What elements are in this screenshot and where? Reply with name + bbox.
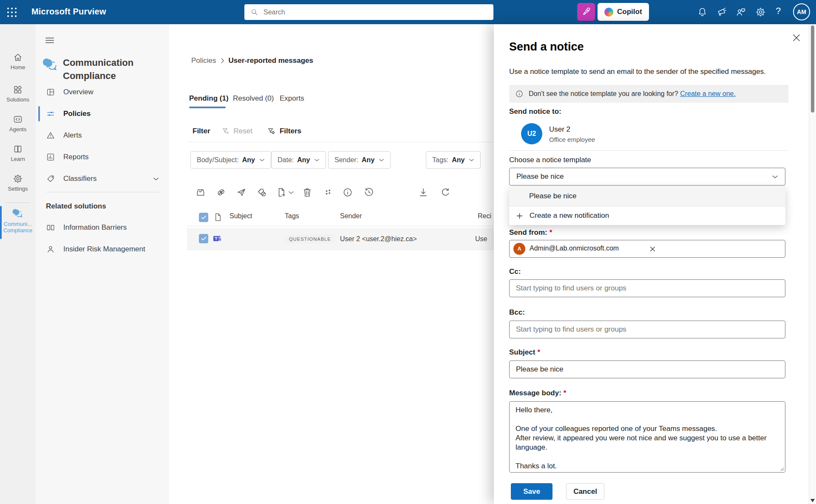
tag-icon [46,174,55,183]
vertical-scrollbar[interactable] [809,24,816,504]
teams-icon [212,234,222,244]
hamburger-menu-icon[interactable] [44,35,55,46]
template-select[interactable]: Please be nice [509,168,785,186]
rail-item-learn[interactable]: Learn [0,144,36,162]
column-header-sender[interactable]: Sender [340,212,362,220]
rail-item-home[interactable]: Home [0,52,36,70]
launcher-rocket-button[interactable] [577,3,595,21]
filter-chip-date[interactable]: Date:Any [271,151,326,169]
message-body-input[interactable]: Hello there, One of your colleagues repo… [510,402,785,472]
rail-item-communication-compliance[interactable]: Communi... Compliance [0,208,36,234]
sidebar-item-reports[interactable]: Reports [46,152,89,163]
create-new-template-link[interactable]: Create a new one. [680,90,736,97]
subject-label: Subject* [509,348,540,357]
information-barriers-icon [46,223,55,232]
purview-app: Microsoft Purview Copilot [0,0,816,504]
rail-item-settings[interactable]: Settings [0,174,36,192]
scrollbar-thumb[interactable] [811,25,814,113]
template-dropdown-menu: Please be nice Create a new notification [509,186,785,225]
close-icon[interactable] [791,33,802,43]
gear-icon [13,174,23,184]
column-header-subject[interactable]: Subject [230,212,252,220]
scrollbar-down-arrow[interactable] [810,499,815,502]
notifications-bell-icon[interactable] [697,7,708,17]
solutions-icon [13,84,23,95]
info-icon [515,90,524,98]
search-icon [250,8,258,16]
copilot-button[interactable]: Copilot [598,3,649,21]
announcements-megaphone-icon[interactable] [716,7,727,17]
info-icon[interactable] [342,187,353,198]
filter-chip-sender[interactable]: Sender:Any [328,151,391,169]
rail-item-solutions[interactable]: Solutions [0,84,36,103]
send-from-field[interactable]: A Admin@Lab.onmicrosoft.com [509,240,785,258]
chevron-down-icon [772,175,778,179]
breadcrumb-current: User-reported messages [229,56,313,65]
cancel-button[interactable]: Cancel [566,483,604,500]
filters-button[interactable]: Filters [267,127,301,135]
help-icon[interactable]: ? [776,6,781,17]
mark-misclassified-icon[interactable] [215,187,227,198]
filter-chip-tags[interactable]: Tags:Any [426,151,481,169]
download-icon[interactable] [418,187,429,198]
required-asterisk: * [537,348,540,356]
breadcrumb-policies[interactable]: Policies [191,56,216,65]
send-notice-icon[interactable] [236,187,247,198]
select-all-checkbox[interactable] [199,213,208,222]
tab-exports[interactable]: Exports [280,94,304,103]
sidebar-item-alerts[interactable]: Alerts [46,130,82,141]
account-avatar[interactable]: AM [793,3,810,20]
solution-sidebar: Communication Compliance Overview Polici… [36,24,169,504]
pattern-diamonds-icon[interactable] [323,187,334,198]
remove-tag-icon[interactable] [256,187,267,198]
feedback-icon[interactable] [736,7,746,17]
column-header-recipient[interactable]: Reci [478,212,495,220]
resolve-icon[interactable] [195,187,206,198]
filter-chip-body-subject[interactable]: Body/Subject:Any [190,151,271,169]
subject-input[interactable] [510,361,785,378]
message-body-wrap: Hello there, One of your colleagues repo… [509,401,785,473]
subject-field-wrap [509,360,785,378]
cc-input[interactable] [510,280,785,297]
insider-risk-icon [46,245,55,254]
template-option[interactable]: Please be nice [509,186,785,206]
required-asterisk: * [550,228,552,237]
row-checkbox[interactable] [199,234,208,243]
settings-gear-icon[interactable] [755,7,766,17]
resize-handle-icon[interactable] [779,466,784,471]
create-case-icon[interactable] [276,187,287,198]
create-notification-option[interactable]: Create a new notification [509,206,785,225]
sender-email: Admin@Lab.onmicrosoft.com [530,245,619,252]
overview-icon [46,87,55,97]
search-input[interactable] [263,8,487,17]
rail-item-agents[interactable]: Agents [0,114,36,132]
top-bar: Microsoft Purview Copilot [0,0,816,24]
tab-resolved[interactable]: Resolved (0) [233,94,274,103]
chevron-down-icon[interactable] [288,187,295,198]
sidebar-item-classifiers[interactable]: Classifiers [46,173,159,184]
sidebar-item-overview[interactable]: Overview [46,87,94,98]
required-asterisk: * [564,389,567,397]
bcc-label: Bcc: [509,308,525,317]
sidebar-item-insider-risk-management[interactable]: Insider Risk Management [46,244,145,255]
panel-divider [509,150,788,151]
communication-compliance-icon [42,56,59,73]
filter-dismiss-icon [221,127,230,135]
rocket-icon [581,7,591,17]
global-search[interactable] [244,4,493,20]
app-launcher-icon[interactable] [6,6,18,18]
column-header-tags[interactable]: Tags [285,212,299,220]
agents-icon [13,114,23,124]
reset-filters-button[interactable]: Reset [221,127,252,135]
history-icon[interactable] [363,187,374,198]
delete-icon[interactable] [302,187,313,198]
app-title: Microsoft Purview [31,7,106,17]
refresh-icon[interactable] [440,187,451,198]
bcc-input[interactable] [510,321,785,338]
dismiss-icon[interactable] [649,245,656,253]
sidebar-item-policies[interactable]: Policies [46,108,91,119]
tag-badge: QUESTIONABLE [285,234,335,244]
save-button[interactable]: Save [511,483,552,500]
sidebar-item-information-barriers[interactable]: Information Barriers [46,222,127,233]
tab-pending[interactable]: Pending (1) [189,94,229,103]
